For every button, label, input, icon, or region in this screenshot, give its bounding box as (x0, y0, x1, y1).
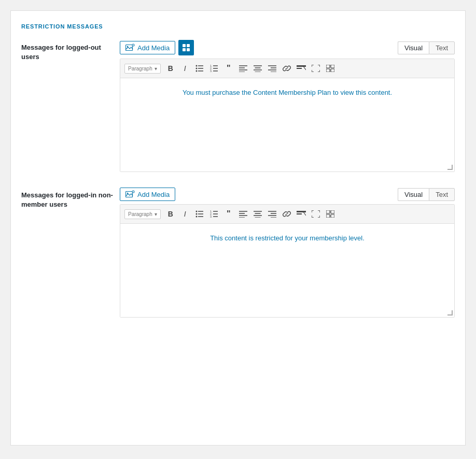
svg-rect-67 (297, 211, 306, 212)
add-media-icon-1 (125, 44, 135, 52)
paragraph-select-1[interactable]: Paragraph ▾ (124, 64, 161, 74)
add-media-label-1: Add Media (137, 44, 170, 52)
paragraph-chevron-1: ▾ (155, 66, 157, 71)
svg-point-46 (195, 213, 197, 215)
toolbar-align-right-2[interactable] (265, 207, 279, 221)
text-tab-1[interactable]: Text (429, 41, 455, 54)
toolbar-1: Paragraph ▾ B I 1.2.3. " (120, 59, 454, 78)
svg-point-45 (195, 211, 197, 212)
grid-icon-1 (183, 44, 190, 51)
page-wrapper: RESTRICTION MESSAGES Messages for logged… (10, 10, 466, 446)
toolbar-2: Paragraph ▾ B I 1.2.3. " (120, 205, 454, 224)
editor-content-1: You must purchase the Content Membership… (136, 89, 439, 96)
toolbar-bold-2[interactable]: B (164, 207, 177, 221)
editor-container-logged-out: Add Media Visual Text Paragraph ▾ (120, 40, 455, 172)
editor-container-logged-in: Add Media Visual Text Paragraph ▾ B I (120, 188, 455, 318)
add-media-icon-2 (125, 190, 135, 198)
toolbar-bold-1[interactable]: B (164, 62, 177, 75)
toolbar-blockquote-1[interactable]: " (222, 62, 235, 75)
editor-area-2[interactable]: This content is restricted for your memb… (120, 224, 454, 317)
toolbar-align-left-2[interactable] (236, 207, 250, 221)
visual-text-tabs-2: Visual Text (398, 188, 455, 201)
svg-rect-73 (331, 214, 334, 218)
svg-point-10 (195, 70, 197, 72)
toolbar-kitchensink-2[interactable] (324, 207, 337, 221)
editor-topbar-2: Add Media Visual Text (120, 188, 455, 201)
section-title: RESTRICTION MESSAGES (21, 23, 455, 30)
paragraph-chevron-2: ▾ (155, 211, 157, 217)
visual-tab-1[interactable]: Visual (398, 41, 429, 54)
toolbar-fullscreen-2[interactable] (309, 207, 323, 221)
toolbar-more-1[interactable] (295, 62, 308, 75)
visual-tab-2[interactable]: Visual (398, 188, 429, 201)
svg-rect-36 (331, 69, 334, 72)
svg-text:3.: 3. (210, 69, 212, 72)
resize-handle-1[interactable] (447, 165, 453, 170)
toolbar-italic-1[interactable]: I (178, 62, 192, 75)
svg-rect-31 (297, 68, 302, 69)
toolbar-link-2[interactable] (280, 207, 293, 221)
svg-rect-34 (331, 65, 334, 68)
section-title-part2: MESSAGES (65, 23, 103, 30)
toolbar-ul-1[interactable] (193, 62, 206, 75)
svg-text:3.: 3. (210, 215, 212, 218)
svg-rect-72 (326, 214, 330, 218)
toolbar-ol-2[interactable]: 1.2.3. (207, 207, 221, 221)
editor-topbar-1: Add Media Visual Text (120, 40, 455, 55)
toolbar-fullscreen-1[interactable] (309, 62, 323, 75)
toolbar-align-left-1[interactable] (236, 62, 250, 75)
svg-line-66 (285, 213, 288, 215)
field-row-logged-out: Messages for logged-out users A (21, 40, 455, 172)
editor-area-1[interactable]: You must purchase the Content Membership… (120, 78, 454, 171)
editor-wrapper-2: Paragraph ▾ B I 1.2.3. " (120, 204, 455, 318)
field-label-logged-in: Messages for logged-in non- member users (21, 188, 120, 209)
editor-content-2: This content is restricted for your memb… (136, 234, 439, 242)
resize-handle-2[interactable] (447, 310, 453, 315)
paragraph-label-1: Paragraph (128, 66, 152, 71)
field-row-logged-in: Messages for logged-in non- member users (21, 188, 455, 318)
toolbar-kitchensink-1[interactable] (324, 62, 337, 75)
svg-line-32 (303, 66, 306, 70)
visual-text-tabs-1: Visual Text (398, 41, 455, 54)
svg-rect-35 (326, 69, 330, 72)
toolbar-align-center-2[interactable] (251, 207, 264, 221)
toolbar-link-1[interactable] (280, 62, 293, 75)
svg-line-69 (303, 212, 306, 216)
svg-rect-71 (331, 210, 334, 213)
editor-wrapper-1: Paragraph ▾ B I 1.2.3. " (120, 59, 455, 172)
toolbar-blockquote-2[interactable]: " (222, 207, 235, 221)
paragraph-label-2: Paragraph (128, 211, 152, 217)
toolbar-ol-1[interactable]: 1.2.3. (207, 62, 221, 75)
svg-rect-30 (297, 65, 306, 67)
section-title-part1: RESTRICTION (21, 23, 65, 30)
svg-rect-33 (326, 65, 330, 68)
toolbar-italic-2[interactable]: I (178, 207, 192, 221)
svg-rect-68 (297, 213, 302, 214)
text-tab-2[interactable]: Text (429, 188, 455, 201)
toolbar-ul-2[interactable] (193, 207, 206, 221)
toolbar-more-2[interactable] (295, 207, 308, 221)
svg-point-9 (195, 68, 197, 69)
svg-point-47 (195, 216, 197, 218)
svg-rect-70 (326, 210, 330, 213)
add-media-button-1[interactable]: Add Media (120, 41, 175, 54)
grid-icon-button-1[interactable] (178, 40, 194, 55)
add-media-button-2[interactable]: Add Media (120, 188, 175, 201)
toolbar-align-right-1[interactable] (265, 62, 279, 75)
toolbar-align-center-1[interactable] (251, 62, 264, 75)
field-label-logged-out: Messages for logged-out users (21, 40, 120, 62)
svg-line-29 (285, 68, 288, 69)
add-media-label-2: Add Media (137, 191, 170, 198)
svg-point-8 (195, 65, 197, 67)
paragraph-select-2[interactable]: Paragraph ▾ (124, 209, 161, 219)
